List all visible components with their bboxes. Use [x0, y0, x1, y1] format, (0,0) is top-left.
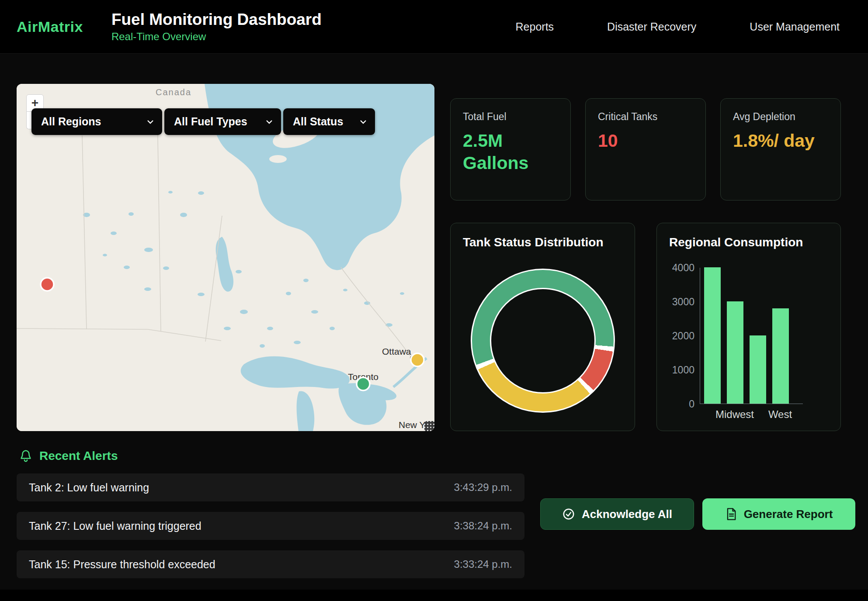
map-island: [269, 155, 287, 163]
alert-row[interactable]: Tank 2: Low fuel warning 3:43:29 p.m.: [17, 473, 524, 501]
tank-status-donut-wrap: [471, 269, 615, 413]
header: AirMatrix Fuel Monitoring Dashboard Real…: [0, 0, 868, 54]
y-tick-label: 3000: [669, 296, 694, 307]
nav-user-management[interactable]: User Management: [750, 21, 840, 33]
main-nav: Reports Disaster Recovery User Managemen…: [516, 21, 840, 33]
map-panel[interactable]: Canada Ottawa Toronto New York + − All R…: [17, 84, 434, 431]
alert-timestamp: 3:38:24 p.m.: [454, 520, 512, 532]
stats-row: Total Fuel 2.5M Gallons Critical Tanks 1…: [450, 98, 841, 200]
chart-title: Tank Status Distribution: [463, 235, 604, 249]
region-filter-select[interactable]: All Regions: [31, 108, 162, 135]
stat-value: 1.8%/ day: [733, 130, 816, 152]
page-subtitle: Real-Time Overview: [111, 31, 322, 43]
bottom-bar: [0, 590, 868, 601]
status-filter-value: All Status: [293, 115, 343, 128]
acknowledge-all-label: Acknowledge All: [582, 508, 672, 521]
y-tick-label: 1000: [669, 364, 694, 376]
page-title-block: Fuel Monitoring Dashboard Real-Time Over…: [111, 10, 322, 43]
bar-0: [704, 267, 721, 404]
check-circle-icon: [562, 508, 575, 521]
bar-plot: [700, 268, 803, 404]
app: AirMatrix Fuel Monitoring Dashboard Real…: [0, 0, 868, 601]
stat-label: Total Fuel: [463, 111, 558, 123]
bar-2: [750, 335, 766, 404]
alert-message: Tank 27: Low fuel warning triggered: [29, 520, 201, 532]
chevron-down-icon: [359, 119, 367, 125]
stat-label: Critical Tanks: [598, 111, 693, 123]
bell-icon: [19, 449, 32, 463]
bar-3: [772, 308, 789, 404]
stat-value: 2.5M Gallons: [463, 130, 546, 175]
status-filter-select[interactable]: All Status: [283, 108, 375, 135]
map-filters: All Regions All Fuel Types All Status: [31, 108, 375, 135]
x-tick-label: Midwest: [726, 408, 743, 421]
critical-tank-marker[interactable]: [41, 278, 54, 291]
page-title: Fuel Monitoring Dashboard: [111, 10, 322, 29]
stat-card-avg-depletion: Avg Depletion 1.8%/ day: [720, 98, 841, 200]
stat-card-total-fuel: Total Fuel 2.5M Gallons: [450, 98, 571, 200]
y-tick-label: 2000: [669, 330, 694, 342]
x-tick-label: [749, 408, 766, 421]
y-tick-label: 4000: [669, 262, 694, 273]
bar-1: [727, 301, 743, 404]
map-label-country: Canada: [156, 87, 191, 97]
alerts-title: Recent Alerts: [39, 449, 118, 463]
regional-consumption-card: Regional Consumption 01000200030004000 M…: [656, 223, 841, 431]
alert-row[interactable]: Tank 15: Pressure threshold exceeded 3:3…: [17, 550, 524, 578]
warning-tank-marker[interactable]: [411, 353, 424, 366]
alert-list: Tank 2: Low fuel warning 3:43:29 p.m. Ta…: [17, 473, 524, 578]
stat-label: Avg Depletion: [733, 111, 828, 123]
fuel-type-filter-value: All Fuel Types: [174, 115, 247, 128]
normal-tank-marker[interactable]: [357, 377, 370, 390]
alert-timestamp: 3:43:29 p.m.: [454, 481, 512, 494]
y-tick-label: 0: [669, 398, 694, 410]
alert-row[interactable]: Tank 27: Low fuel warning triggered 3:38…: [17, 512, 524, 540]
x-tick-label: West: [772, 408, 788, 421]
alert-timestamp: 3:33:24 p.m.: [454, 558, 512, 570]
bar-x-labels: MidwestWest: [700, 408, 803, 421]
regional-bar-chart[interactable]: 01000200030004000 MidwestWest: [669, 268, 828, 421]
bar-y-axis: 01000200030004000: [669, 268, 700, 404]
stat-value: 10: [598, 130, 681, 152]
chevron-down-icon: [265, 119, 273, 125]
chart-title: Regional Consumption: [669, 235, 828, 249]
bar-plot-col: MidwestWest: [700, 268, 803, 421]
map-label-ottawa: Ottawa: [382, 346, 411, 356]
map-resize-handle[interactable]: [424, 421, 434, 431]
generate-report-label: Generate Report: [744, 508, 833, 521]
alerts-header: Recent Alerts: [19, 449, 868, 463]
chevron-down-icon: [146, 119, 154, 125]
alert-message: Tank 2: Low fuel warning: [29, 481, 149, 494]
tank-status-card: Tank Status Distribution: [450, 223, 635, 431]
stat-card-critical-tanks: Critical Tanks 10: [585, 98, 706, 200]
fuel-type-filter-select[interactable]: All Fuel Types: [164, 108, 281, 135]
document-icon: [725, 508, 737, 521]
alert-message: Tank 15: Pressure threshold exceeded: [29, 558, 215, 571]
nav-disaster-recovery[interactable]: Disaster Recovery: [607, 21, 696, 33]
region-filter-value: All Regions: [41, 115, 101, 128]
donut-hole: [490, 288, 596, 394]
map-canvas[interactable]: Canada Ottawa Toronto New York: [17, 84, 434, 431]
brand-logo: AirMatrix: [17, 18, 83, 35]
acknowledge-all-button[interactable]: Acknowledge All: [540, 498, 694, 530]
generate-report-button[interactable]: Generate Report: [702, 498, 855, 530]
nav-reports[interactable]: Reports: [516, 21, 554, 33]
